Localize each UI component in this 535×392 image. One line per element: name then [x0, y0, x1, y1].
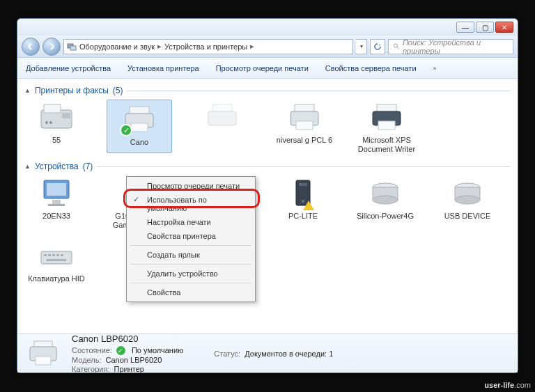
keyboard-icon — [36, 238, 77, 273]
toolbar: Добавление устройства Установка принтера… — [17, 58, 518, 79]
separator — [130, 283, 251, 283]
printer-icon — [284, 100, 325, 134]
check-icon: ✓ — [133, 195, 139, 204]
device-item[interactable]: 20EN33 — [24, 175, 88, 229]
toolbar-install-printer[interactable]: Установка принтера — [119, 64, 208, 72]
chevron-right-icon: ▸ — [157, 42, 162, 51]
drive-icon — [447, 175, 488, 210]
back-button[interactable] — [22, 38, 40, 56]
breadcrumb-dropdown[interactable]: ▾ — [356, 39, 367, 54]
menu-view-queue[interactable]: Просмотр очереди печати — [129, 179, 253, 193]
close-button[interactable]: ✕ — [495, 22, 513, 33]
devices-grid: 20EN33 G102 Prodigy Gaming Mouse HID-сов… — [24, 175, 511, 283]
menu-set-default[interactable]: ✓ Использовать по умолчанию — [129, 193, 253, 215]
details-name: Canon LBP6020 — [72, 334, 183, 344]
menu-properties[interactable]: Свойства — [129, 285, 253, 299]
details-pane: Canon LBP6020 Состояние: ✓ По умолчанию … — [17, 334, 518, 373]
details-value: По умолчанию — [132, 346, 183, 355]
toolbar-server-props[interactable]: Свойства сервера печати — [317, 64, 425, 72]
menu-printer-props[interactable]: Свойства принтера — [129, 229, 253, 243]
menu-print-settings[interactable]: Настройка печати — [129, 215, 253, 229]
device-item-selected[interactable]: ✓ Cano — [107, 100, 172, 153]
search-placeholder: Поиск: Устройства и принтеры — [403, 38, 509, 55]
svg-rect-34 — [41, 251, 72, 264]
group-title: Устройства — [35, 162, 79, 171]
printer-icon — [24, 338, 62, 369]
search-input[interactable]: Поиск: Устройства и принтеры — [388, 39, 513, 54]
svg-point-7 — [49, 121, 52, 124]
titlebar: — ▢ ✕ — [17, 19, 518, 36]
warning-icon — [303, 201, 314, 210]
item-label: PC-LITE — [288, 212, 318, 221]
refresh-button[interactable] — [370, 39, 385, 54]
svg-rect-22 — [48, 204, 65, 206]
device-item[interactable]: USB DEVICE — [435, 175, 499, 229]
item-label: USB DEVICE — [444, 212, 491, 221]
device-item[interactable]: 55 — [24, 100, 88, 153]
context-menu: Просмотр очереди печати ✓ Использовать п… — [126, 176, 256, 302]
maximize-button[interactable]: ▢ — [476, 22, 494, 33]
watermark-tld: .com — [514, 381, 531, 389]
details-value: Принтер — [114, 365, 144, 373]
toolbar-view-queue[interactable]: Просмотр очереди печати — [208, 64, 317, 72]
item-label: Silicon-Power4G — [357, 212, 414, 221]
group-header-devices[interactable]: ▲ Устройства (7) — [24, 162, 511, 171]
svg-rect-37 — [52, 254, 55, 256]
watermark-brand: user-life — [484, 381, 514, 389]
search-icon — [393, 42, 400, 50]
details-main-col: Canon LBP6020 Состояние: ✓ По умолчанию … — [72, 334, 183, 373]
forward-button[interactable] — [42, 38, 61, 56]
computer-icon — [282, 175, 324, 210]
svg-point-6 — [45, 121, 48, 124]
device-item[interactable] — [190, 100, 254, 153]
devices-icon — [67, 42, 77, 52]
refresh-icon — [373, 42, 382, 51]
printers-grid: 55 ✓ Cano niversal g PCL 6 — [24, 100, 511, 153]
svg-rect-5 — [62, 113, 70, 118]
printer-icon: ✓ — [118, 102, 160, 136]
svg-rect-4 — [44, 104, 61, 113]
details-value: Документов в очереди: 1 — [245, 350, 333, 358]
minimize-button[interactable]: — — [456, 22, 474, 33]
svg-rect-40 — [47, 259, 66, 261]
details-label: Модель: — [72, 356, 102, 364]
device-item[interactable]: Microsoft XPS Document Writer — [355, 100, 419, 153]
item-label: Microsoft XPS Document Writer — [355, 136, 419, 153]
svg-rect-15 — [296, 121, 313, 130]
arrow-left-icon — [27, 43, 34, 50]
arrow-right-icon — [48, 43, 55, 50]
svg-rect-35 — [44, 254, 47, 256]
item-label: 20EN33 — [42, 212, 70, 221]
menu-remove-device[interactable]: Удалить устройство — [129, 267, 253, 281]
item-label: niversal g PCL 6 — [277, 136, 332, 145]
device-item[interactable]: niversal g PCL 6 — [272, 100, 336, 153]
fax-icon — [36, 100, 77, 134]
svg-rect-18 — [378, 121, 395, 130]
svg-rect-21 — [52, 200, 61, 204]
svg-rect-39 — [61, 254, 63, 256]
group-title: Принтеры и факсы — [35, 86, 109, 95]
svg-rect-38 — [56, 254, 59, 256]
menu-create-shortcut[interactable]: Создать ярлык — [129, 248, 253, 262]
breadcrumb-item[interactable]: Оборудование и звук — [79, 42, 155, 51]
item-label: Клавиатура HID — [28, 274, 85, 283]
device-item[interactable]: PC-LITE — [271, 175, 335, 229]
watermark: user-life.com — [484, 381, 531, 389]
device-item[interactable]: Клавиатура HID — [24, 238, 88, 283]
printer-icon — [201, 100, 243, 134]
svg-rect-12 — [208, 111, 236, 125]
nav-bar: Оборудование и звук ▸ Устройства и принт… — [17, 36, 518, 58]
toolbar-overflow[interactable]: » — [425, 65, 445, 72]
device-item[interactable]: Silicon-Power4G — [353, 175, 417, 229]
svg-rect-26 — [299, 183, 307, 186]
explorer-window: — ▢ ✕ Оборудование и звук ▸ Устройства и… — [17, 18, 518, 373]
group-header-printers[interactable]: ▲ Принтеры и факсы (5) — [24, 86, 511, 95]
printer-icon — [366, 100, 408, 134]
divider — [127, 91, 511, 91]
content-area: ▲ Принтеры и факсы (5) 55 ✓ Cano — [17, 79, 518, 334]
breadcrumb[interactable]: Оборудование и звук ▸ Устройства и принт… — [63, 39, 353, 54]
chevron-right-icon: ▸ — [250, 42, 254, 51]
breadcrumb-item[interactable]: Устройства и принтеры — [164, 42, 247, 51]
svg-point-30 — [373, 196, 398, 204]
toolbar-add-device[interactable]: Добавление устройства — [17, 64, 119, 72]
